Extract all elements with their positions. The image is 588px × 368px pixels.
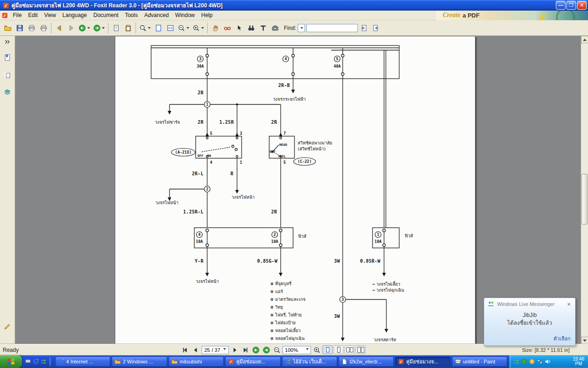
task-manual-str[interactable]: คู่มือซ่อมstr... <box>225 356 280 367</box>
menu-file[interactable]: File <box>10 11 25 20</box>
select-text-button[interactable] <box>221 22 233 34</box>
task-windows-group[interactable]: 2 Windows ... <box>112 356 167 367</box>
find-options-dropdown[interactable] <box>298 24 305 32</box>
zoom-in-button[interactable] <box>312 345 322 354</box>
create-pdf-banner[interactable]: Create a PDF <box>436 11 588 20</box>
wire-label-2rl: 2R-L <box>192 171 204 176</box>
task-internet-group[interactable]: 4 Internet ... <box>55 356 110 367</box>
headlight-circuit-label: วงจรไฟหน้า <box>155 200 178 205</box>
zoom-out-icon <box>178 24 185 32</box>
save-button[interactable] <box>14 22 25 34</box>
snapshot-page-button[interactable] <box>110 22 122 34</box>
pdf-page: 3 30A 4 5 40A 2R 2R-B วงจรกระจกไฟฟ้า 1 ว… <box>115 36 475 344</box>
panel-expand-button[interactable] <box>2 38 13 46</box>
options-link[interactable]: ตัวเลือก <box>554 336 571 341</box>
print-button[interactable] <box>26 22 37 34</box>
back-arrow-icon <box>56 24 63 32</box>
task-chat-window[interactable]: ไอ้อ้วน เว็บเด็... <box>282 356 337 367</box>
previous-view-button[interactable] <box>251 345 260 354</box>
select-annotation-button[interactable] <box>233 22 245 34</box>
popup-close-button[interactable]: ✕ <box>565 301 572 308</box>
first-page-button[interactable] <box>181 345 190 354</box>
start-button[interactable] <box>0 355 22 368</box>
hand-tool-button[interactable] <box>209 22 221 34</box>
previous-view-button[interactable] <box>53 22 65 34</box>
continuous-facing-layout-button[interactable] <box>356 345 366 354</box>
restore-button[interactable]: ❐ <box>566 1 576 10</box>
search-button[interactable] <box>245 22 257 34</box>
find-next-button[interactable] <box>370 22 382 34</box>
menu-edit[interactable]: Edit <box>25 11 41 20</box>
find-previous-button[interactable] <box>358 22 370 34</box>
zoom-in-button[interactable] <box>191 22 205 34</box>
fit-width-button[interactable] <box>164 22 176 34</box>
security-shield-icon[interactable] <box>521 358 527 365</box>
previous-page-button[interactable] <box>191 345 201 354</box>
scroll-up-button[interactable] <box>581 36 588 43</box>
layers-panel-button[interactable] <box>2 87 13 98</box>
typewriter-tool-button[interactable] <box>257 22 269 34</box>
menu-language[interactable]: Language <box>59 11 90 20</box>
network-icon[interactable] <box>537 358 543 365</box>
internet-explorer-icon[interactable] <box>33 358 39 365</box>
minimize-button[interactable]: — <box>556 1 565 10</box>
zoom-out-button[interactable] <box>272 345 282 354</box>
updates-icon[interactable] <box>529 358 535 365</box>
zoom-out-button[interactable] <box>176 22 191 34</box>
task-wiring-manual-active[interactable]: คู่มือซ่อมวงจ... <box>395 356 450 367</box>
pages-panel-button[interactable] <box>2 69 13 80</box>
fusebox-fuse2-number: 2 <box>273 232 276 237</box>
page-number-box[interactable]: 25 / 37 <box>202 346 229 354</box>
task-l2k2w-electrical[interactable]: l2k2w_electr... <box>339 356 394 367</box>
headlight-circuit-label: วงจรไฟหน้า <box>232 195 254 200</box>
popup-title: Windows Live Messenger <box>497 301 563 307</box>
zoom-level-box[interactable]: 100% <box>283 346 311 354</box>
next-view-button[interactable] <box>261 345 271 354</box>
menu-advanced[interactable]: Advanced <box>141 11 172 20</box>
close-button[interactable]: ✕ <box>577 1 587 10</box>
print-setup-button[interactable] <box>38 22 49 34</box>
document-icon <box>341 358 348 365</box>
last-page-button[interactable] <box>240 345 250 354</box>
fuse5-amp: 40A <box>334 64 340 69</box>
task-mitsubishi[interactable]: mitsubishi <box>169 356 224 367</box>
binoculars-icon <box>248 24 255 32</box>
messenger-notification-popup[interactable]: Windows Live Messenger ✕ JibJib ได้ลงชื่… <box>484 298 576 346</box>
messenger-icon[interactable] <box>40 358 47 365</box>
menu-help[interactable]: Help <box>198 11 216 20</box>
zoom-tool-button[interactable] <box>138 22 152 34</box>
menu-window[interactable]: Window <box>172 11 198 20</box>
menu-document[interactable]: Document <box>90 11 122 20</box>
snapshot-camera-button[interactable] <box>269 22 281 34</box>
single-page-layout-button[interactable] <box>322 345 333 354</box>
task-paint[interactable]: untitled - Paint <box>452 356 507 367</box>
bookmarks-panel-button[interactable] <box>2 52 13 63</box>
go-forward-button[interactable] <box>92 22 106 34</box>
comments-pencil-button[interactable] <box>2 321 13 332</box>
next-view-button[interactable] <box>65 22 77 34</box>
find-input[interactable] <box>306 24 358 32</box>
menu-tools[interactable]: Tools <box>122 11 141 20</box>
open-button[interactable] <box>2 22 13 34</box>
menu-view[interactable]: View <box>41 11 59 20</box>
fusebox-fuse4-number: 4 <box>198 232 200 237</box>
find-previous-icon <box>360 24 368 32</box>
continuous-layout-button[interactable] <box>334 345 344 354</box>
wire-label-125rl: 1.25R-L <box>183 209 204 214</box>
next-page-button[interactable] <box>230 345 239 354</box>
scroll-down-button[interactable] <box>581 337 588 344</box>
clipboard-button[interactable] <box>122 22 134 34</box>
volume-icon[interactable] <box>544 358 551 365</box>
load-item: แอร์ <box>275 289 283 294</box>
load-item: วิทยุ <box>275 305 283 310</box>
fusebox-fuse1-amp: 10A <box>374 239 381 244</box>
scrollbar-thumb[interactable] <box>582 174 588 224</box>
vertical-scrollbar[interactable] <box>581 36 588 344</box>
facing-layout-button[interactable] <box>345 345 355 354</box>
signin-status: ได้ลงชื่อเข้าใช้แล้ว <box>484 319 575 327</box>
show-desktop-icon[interactable] <box>25 358 31 365</box>
go-back-button[interactable] <box>77 22 91 34</box>
node3-number: 3 <box>341 297 344 302</box>
fit-page-button[interactable] <box>153 22 164 34</box>
messenger-tray-icon[interactable] <box>513 358 520 365</box>
